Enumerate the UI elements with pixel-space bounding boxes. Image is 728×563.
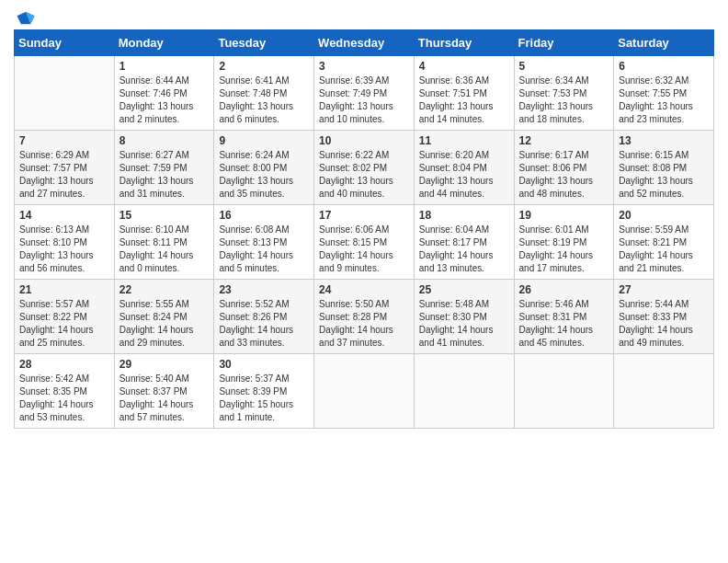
day-number: 18 [419, 209, 509, 222]
day-header-tuesday: Tuesday [214, 30, 314, 56]
calendar-cell: 13 Sunrise: 6:15 AM Sunset: 8:08 PM Dayl… [614, 131, 714, 205]
day-header-friday: Friday [514, 30, 614, 56]
sunrise-text: Sunrise: 6:10 AM [119, 224, 210, 236]
day-header-monday: Monday [114, 30, 214, 56]
week-row-3: 21 Sunrise: 5:57 AM Sunset: 8:22 PM Dayl… [15, 280, 714, 354]
daylight-text: Daylight: 13 hours and 48 minutes. [519, 175, 609, 201]
daylight-text: Daylight: 14 hours and 33 minutes. [219, 324, 309, 350]
day-number: 27 [619, 283, 709, 296]
calendar-cell: 1 Sunrise: 6:44 AM Sunset: 7:46 PM Dayli… [114, 56, 214, 131]
week-row-0: 1 Sunrise: 6:44 AM Sunset: 7:46 PM Dayli… [15, 56, 714, 131]
daylight-text: Daylight: 14 hours and 49 minutes. [619, 324, 709, 350]
day-number: 7 [19, 134, 109, 147]
day-number: 28 [19, 358, 109, 371]
day-number: 15 [119, 209, 210, 222]
cell-info: Sunrise: 5:48 AM Sunset: 8:30 PM Dayligh… [419, 298, 509, 350]
calendar-cell: 18 Sunrise: 6:04 AM Sunset: 8:17 PM Dayl… [414, 205, 514, 280]
day-header-sunday: Sunday [15, 30, 115, 56]
cell-info: Sunrise: 6:06 AM Sunset: 8:15 PM Dayligh… [319, 224, 409, 275]
cell-info: Sunrise: 6:04 AM Sunset: 8:17 PM Dayligh… [419, 224, 509, 275]
calendar-cell: 3 Sunrise: 6:39 AM Sunset: 7:49 PM Dayli… [314, 56, 415, 131]
calendar-cell: 22 Sunrise: 5:55 AM Sunset: 8:24 PM Dayl… [114, 280, 214, 354]
cell-info: Sunrise: 5:52 AM Sunset: 8:26 PM Dayligh… [219, 298, 309, 350]
calendar-cell [314, 354, 415, 429]
sunset-text: Sunset: 8:06 PM [519, 162, 609, 175]
sunrise-text: Sunrise: 6:13 AM [19, 224, 109, 236]
calendar-cell: 8 Sunrise: 6:27 AM Sunset: 7:59 PM Dayli… [114, 131, 214, 205]
calendar-cell: 9 Sunrise: 6:24 AM Sunset: 8:00 PM Dayli… [214, 131, 314, 205]
cell-info: Sunrise: 5:42 AM Sunset: 8:35 PM Dayligh… [19, 373, 109, 424]
cell-info: Sunrise: 5:44 AM Sunset: 8:33 PM Dayligh… [619, 298, 709, 350]
calendar-cell: 24 Sunrise: 5:50 AM Sunset: 8:28 PM Dayl… [314, 280, 415, 354]
daylight-text: Daylight: 13 hours and 27 minutes. [19, 175, 109, 201]
sunset-text: Sunset: 8:11 PM [119, 236, 210, 249]
cell-info: Sunrise: 6:10 AM Sunset: 8:11 PM Dayligh… [119, 224, 210, 275]
sunrise-text: Sunrise: 6:36 AM [419, 75, 509, 87]
sunrise-text: Sunrise: 6:39 AM [319, 75, 409, 87]
sunset-text: Sunset: 8:17 PM [419, 236, 509, 249]
cell-info: Sunrise: 5:55 AM Sunset: 8:24 PM Dayligh… [119, 298, 210, 350]
daylight-text: Daylight: 14 hours and 57 minutes. [119, 398, 210, 424]
day-number: 4 [419, 60, 509, 73]
sunrise-text: Sunrise: 6:41 AM [219, 75, 309, 87]
sunset-text: Sunset: 8:10 PM [19, 236, 109, 249]
sunset-text: Sunset: 8:02 PM [319, 162, 409, 175]
day-number: 22 [119, 283, 210, 296]
sunrise-text: Sunrise: 6:44 AM [119, 75, 210, 87]
day-number: 19 [519, 209, 609, 222]
calendar-cell: 30 Sunrise: 5:37 AM Sunset: 8:39 PM Dayl… [214, 354, 314, 429]
sunset-text: Sunset: 7:57 PM [19, 162, 109, 175]
calendar-cell [614, 354, 714, 429]
calendar-cell: 28 Sunrise: 5:42 AM Sunset: 8:35 PM Dayl… [15, 354, 115, 429]
day-number: 23 [219, 283, 309, 296]
sunrise-text: Sunrise: 6:06 AM [319, 224, 409, 236]
sunrise-text: Sunrise: 5:55 AM [119, 298, 210, 311]
cell-info: Sunrise: 5:57 AM Sunset: 8:22 PM Dayligh… [19, 298, 109, 350]
calendar-cell: 12 Sunrise: 6:17 AM Sunset: 8:06 PM Dayl… [514, 131, 614, 205]
day-number: 3 [319, 60, 409, 73]
calendar-cell: 26 Sunrise: 5:46 AM Sunset: 8:31 PM Dayl… [514, 280, 614, 354]
calendar-cell: 29 Sunrise: 5:40 AM Sunset: 8:37 PM Dayl… [114, 354, 214, 429]
cell-info: Sunrise: 6:17 AM Sunset: 8:06 PM Dayligh… [519, 149, 609, 201]
daylight-text: Daylight: 14 hours and 53 minutes. [19, 398, 109, 424]
sunset-text: Sunset: 8:00 PM [219, 162, 309, 175]
day-number: 10 [319, 134, 409, 147]
week-row-1: 7 Sunrise: 6:29 AM Sunset: 7:57 PM Dayli… [15, 131, 714, 205]
week-row-2: 14 Sunrise: 6:13 AM Sunset: 8:10 PM Dayl… [15, 205, 714, 280]
cell-info: Sunrise: 6:13 AM Sunset: 8:10 PM Dayligh… [19, 224, 109, 275]
day-number: 20 [619, 209, 709, 222]
header [14, 9, 714, 24]
day-number: 1 [119, 60, 210, 73]
cell-info: Sunrise: 6:41 AM Sunset: 7:48 PM Dayligh… [219, 75, 309, 126]
calendar-cell: 10 Sunrise: 6:22 AM Sunset: 8:02 PM Dayl… [314, 131, 415, 205]
cell-info: Sunrise: 6:27 AM Sunset: 7:59 PM Dayligh… [119, 149, 210, 201]
daylight-text: Daylight: 14 hours and 5 minutes. [219, 249, 309, 275]
sunset-text: Sunset: 7:53 PM [519, 87, 609, 100]
sunset-text: Sunset: 7:49 PM [319, 87, 409, 100]
day-number: 21 [19, 283, 109, 296]
calendar-cell: 17 Sunrise: 6:06 AM Sunset: 8:15 PM Dayl… [314, 205, 415, 280]
sunrise-text: Sunrise: 5:59 AM [619, 224, 709, 236]
sunset-text: Sunset: 8:19 PM [519, 236, 609, 249]
sunrise-text: Sunrise: 6:29 AM [19, 149, 109, 162]
sunset-text: Sunset: 8:04 PM [419, 162, 509, 175]
day-number: 16 [219, 209, 309, 222]
daylight-text: Daylight: 13 hours and 40 minutes. [319, 175, 409, 201]
sunrise-text: Sunrise: 5:44 AM [619, 298, 709, 311]
daylight-text: Daylight: 14 hours and 13 minutes. [419, 249, 509, 275]
sunset-text: Sunset: 8:35 PM [19, 385, 109, 398]
sunset-text: Sunset: 7:51 PM [419, 87, 509, 100]
daylight-text: Daylight: 13 hours and 6 minutes. [219, 100, 309, 126]
calendar-cell: 7 Sunrise: 6:29 AM Sunset: 7:57 PM Dayli… [15, 131, 115, 205]
days-header-row: SundayMondayTuesdayWednesdayThursdayFrid… [15, 30, 714, 56]
day-number: 25 [419, 283, 509, 296]
cell-info: Sunrise: 6:32 AM Sunset: 7:55 PM Dayligh… [619, 75, 709, 126]
cell-info: Sunrise: 6:39 AM Sunset: 7:49 PM Dayligh… [319, 75, 409, 126]
daylight-text: Daylight: 13 hours and 31 minutes. [119, 175, 210, 201]
sunset-text: Sunset: 7:46 PM [119, 87, 210, 100]
daylight-text: Daylight: 14 hours and 0 minutes. [119, 249, 210, 275]
sunset-text: Sunset: 8:26 PM [219, 311, 309, 324]
calendar-cell: 20 Sunrise: 5:59 AM Sunset: 8:21 PM Dayl… [614, 205, 714, 280]
day-header-thursday: Thursday [414, 30, 514, 56]
day-number: 8 [119, 134, 210, 147]
